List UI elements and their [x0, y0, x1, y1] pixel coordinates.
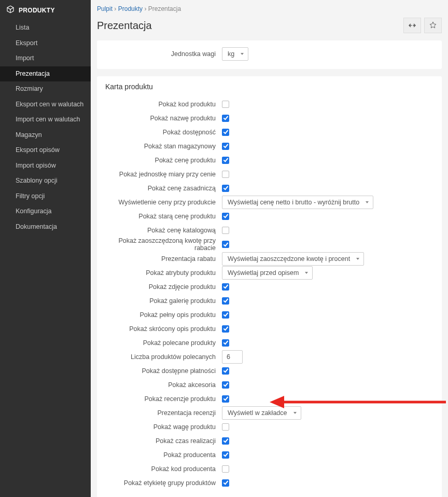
form-label: Pokaż zaoszczędzoną kwotę przy rabacie [105, 237, 222, 252]
arrows-horizontal-icon [409, 22, 416, 30]
form-label: Pokaż cenę produktu [105, 157, 222, 164]
form-row-9: Pokaż cenę katalogową [105, 223, 433, 237]
form-label: Pokaż stan magazynowy [105, 143, 222, 150]
checkbox[interactable] [222, 129, 229, 136]
checkbox[interactable] [222, 157, 229, 164]
form-label: Pokaż zdjęcie produktu [105, 283, 222, 291]
checkbox[interactable] [222, 101, 229, 108]
form-label: Liczba produktów polecanych [105, 353, 222, 361]
page-header: Prezentacja [97, 18, 442, 33]
form-label: Pokaż kod producenta [105, 465, 222, 473]
form-row-2: Pokaż dostępność [105, 125, 433, 139]
checkbox[interactable] [222, 311, 229, 319]
checkbox[interactable] [222, 451, 229, 459]
sidebar-item-0[interactable]: Lista [0, 20, 91, 36]
sidebar-item-13[interactable]: Dokumentacja [0, 219, 91, 235]
header-actions [403, 18, 442, 33]
form-row-12: Pokaż atrybuty produktuWyświetlaj przed … [105, 266, 433, 280]
form-row-24: Pokaż czas realizacji [105, 434, 433, 448]
form-row-8: Pokaż starą cenę produktu [105, 209, 433, 223]
form-label: Pokaż cenę zasadniczą [105, 185, 222, 192]
breadcrumb-link-pulpit[interactable]: Pulpit [97, 5, 113, 12]
checkbox[interactable] [222, 437, 229, 445]
checkbox[interactable] [222, 339, 229, 347]
checkbox[interactable] [222, 115, 229, 122]
form-row-1: Pokaż nazwę produktu [105, 111, 433, 125]
form-row-18: Liczba produktów polecanych [105, 350, 433, 364]
checkbox[interactable] [222, 241, 229, 248]
checkbox[interactable] [222, 465, 229, 473]
sidebar-item-9[interactable]: Import opisów [0, 158, 91, 174]
select[interactable]: Wyświetl w zakładce [222, 406, 301, 420]
form-row-19: Pokaż dostępne płatności [105, 364, 433, 378]
checkbox[interactable] [222, 283, 229, 291]
form-row-4: Pokaż cenę produktu [105, 153, 433, 167]
checkbox[interactable] [222, 395, 229, 403]
breadcrumb-link-produkty[interactable]: Produkty [118, 5, 143, 12]
checkbox[interactable] [222, 143, 229, 150]
sidebar-item-4[interactable]: Rozmiary [0, 81, 91, 97]
form-label: Wyświetlenie ceny przy produkcie [105, 199, 222, 206]
chevron-down-icon [366, 201, 369, 203]
select[interactable]: Wyświetlaj zaoszczędzone kwotę i procent [222, 252, 364, 266]
sidebar-item-3[interactable]: Prezentacja [0, 66, 91, 82]
form-row-23: Pokaż wagę produktu [105, 420, 433, 434]
sidebar-item-2[interactable]: Import [0, 51, 91, 66]
form-label: Pokaż kod produktu [105, 101, 222, 108]
form-row-6: Pokaż cenę zasadniczą [105, 181, 433, 195]
form-row-25: Pokaż producenta [105, 448, 433, 462]
form-row-17: Pokaż polecane produkty [105, 336, 433, 350]
form-label: Pokaż galerię produktu [105, 297, 222, 305]
label-weight-unit: Jednostka wagi [105, 50, 222, 58]
checkbox[interactable] [222, 185, 229, 192]
form-label: Pokaż cenę katalogową [105, 227, 222, 234]
checkbox[interactable] [222, 297, 229, 305]
page-title: Prezentacja [97, 20, 152, 32]
form-label: Pokaż atrybuty produktu [105, 269, 222, 277]
checkbox[interactable] [222, 227, 229, 234]
sidebar-item-12[interactable]: Konfiguracja [0, 204, 91, 219]
checkbox[interactable] [222, 213, 229, 220]
form-label: Pokaż recenzje produktu [105, 395, 222, 403]
sidebar-item-7[interactable]: Magazyn [0, 128, 91, 143]
form-row-13: Pokaż zdjęcie produktu [105, 280, 433, 294]
expand-button[interactable] [403, 18, 421, 33]
sidebar-item-8[interactable]: Eksport opisów [0, 143, 91, 158]
form-label: Pokaż polecane produkty [105, 339, 222, 347]
favorite-button[interactable] [424, 18, 442, 33]
chevron-down-icon [305, 272, 308, 274]
checkbox[interactable] [222, 171, 229, 178]
checkbox[interactable] [222, 367, 229, 375]
form-label: Pokaż dostępność [105, 129, 222, 136]
form-label: Prezentacja rabatu [105, 255, 222, 263]
main-content: Pulpit › Produkty › Prezentacja Prezenta… [91, 0, 448, 497]
sidebar-item-6[interactable]: Import cen w walutach [0, 112, 91, 128]
form-row-20: Pokaż akcesoria [105, 378, 433, 392]
sidebar-item-1[interactable]: Eksport [0, 36, 91, 51]
sidebar-title-text: PRODUKTY [19, 7, 55, 14]
breadcrumb: Pulpit › Produkty › Prezentacja [97, 4, 442, 18]
panel-product-card: Karta produktu Pokaż kod produktuPokaż n… [97, 76, 442, 497]
form-row-10: Pokaż zaoszczędzoną kwotę przy rabacie [105, 237, 433, 252]
form-row-26: Pokaż kod producenta [105, 462, 433, 476]
checkbox[interactable] [222, 325, 229, 333]
text-input[interactable] [222, 350, 243, 364]
form-row-3: Pokaż stan magazynowy [105, 139, 433, 153]
checkbox[interactable] [222, 381, 229, 389]
chevron-down-icon [293, 412, 297, 414]
sidebar-item-11[interactable]: Filtry opcji [0, 189, 91, 204]
form-row-5: Pokaż jednostkę miary przy cenie [105, 167, 433, 181]
sidebar-item-5[interactable]: Eksport cen w walutach [0, 97, 91, 113]
select[interactable]: Wyświetlaj cenę netto i brutto - wyróżni… [222, 196, 373, 209]
form-label: Pokaż pełny opis produktu [105, 311, 222, 319]
sidebar-item-10[interactable]: Szablony opcji [0, 173, 91, 189]
select-weight-unit[interactable]: kg [222, 47, 248, 61]
panel-weight-unit: Jednostka wagi kg [97, 40, 442, 69]
form-label: Pokaż skrócony opis produktu [105, 325, 222, 333]
breadcrumb-current: Prezentacja [148, 5, 181, 12]
checkbox[interactable] [222, 423, 229, 431]
form-label: Prezentacja recenzji [105, 409, 222, 417]
checkbox[interactable] [222, 479, 229, 487]
select[interactable]: Wyświetlaj przed opisem [222, 266, 313, 280]
form-row-14: Pokaż galerię produktu [105, 294, 433, 308]
